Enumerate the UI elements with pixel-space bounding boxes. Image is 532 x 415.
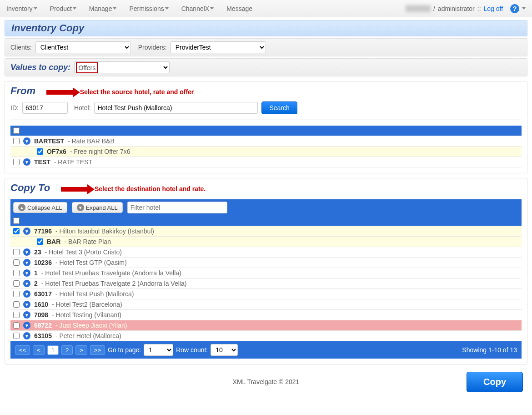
help-icon[interactable]: ? [510, 4, 519, 13]
tree-row[interactable]: ▼63017 - Hotel Test Push (Mallorca) [10, 289, 522, 299]
goto-select[interactable]: 1 [144, 344, 173, 356]
values-label: Values to copy: [10, 63, 70, 72]
row-checkbox[interactable] [13, 159, 20, 165]
tree-row[interactable]: ▼1 - Hotel Test Pruebas Travelgate (Ando… [10, 268, 522, 278]
filter-hotel-input[interactable] [127, 202, 227, 213]
pager-first[interactable]: << [15, 345, 30, 355]
page-title: Inventory Copy [11, 22, 84, 34]
pager-showing: Showing 1-10 of 13 [462, 346, 517, 354]
providers-select[interactable]: ProviderTest [171, 41, 266, 53]
tree-row[interactable]: ▼10236 - Hotel Test GTP (Qasim) [10, 258, 522, 268]
row-name: - Peter Hotel (Mallorca) [55, 332, 121, 339]
to-tree: ▼77196 - Hilton Istanbul Bakirkoy (Istan… [10, 226, 522, 341]
copyright: XML Travelgate © 2021 [233, 378, 300, 385]
expand-toggle-icon[interactable]: ▼ [23, 311, 30, 319]
nav-inventory[interactable]: Inventory [6, 5, 37, 12]
expand-toggle-icon[interactable]: ▼ [23, 259, 30, 266]
row-code: 23 [34, 248, 41, 256]
tree-row[interactable]: ▼2 - Hotel Test Pruebas Travelgate 2 (An… [10, 278, 522, 289]
expand-all-button[interactable]: ▼ Expand ALL [72, 202, 123, 213]
row-checkbox[interactable] [13, 291, 20, 297]
nav-product[interactable]: Product [50, 5, 76, 12]
row-checkbox[interactable] [13, 249, 20, 255]
expand-toggle-icon[interactable]: ▼ [23, 301, 30, 308]
page-title-bar: Inventory Copy [5, 20, 527, 36]
hotel-input[interactable] [94, 102, 258, 114]
from-heading: From [10, 85, 35, 97]
row-name: - Hilton Istanbul Bakirkoy (Istanbul) [55, 228, 154, 235]
expand-toggle-icon[interactable]: ▼ [23, 332, 30, 339]
expand-toggle-icon[interactable]: ▼ [23, 322, 30, 329]
expand-toggle-icon[interactable]: ▼ [23, 280, 30, 287]
user-sep: / [433, 5, 435, 12]
chevron-down-icon [73, 7, 76, 10]
from-select-all-checkbox[interactable] [13, 127, 20, 134]
row-checkbox[interactable] [13, 333, 20, 339]
row-name: - Hotel Test Pruebas Travelgate 2 (Andor… [41, 280, 187, 287]
tree-row[interactable]: ▼BARTEST - Rate BAR B&B [10, 136, 522, 147]
pager-page-1[interactable]: 1 [47, 345, 59, 355]
pager: << < 1 2 > >> Go to page: 1 Row count: 1… [10, 341, 522, 359]
nav-message[interactable]: Message [226, 5, 252, 12]
expand-toggle-icon[interactable]: ▼ [23, 228, 30, 235]
rowcount-select[interactable]: 10 [211, 344, 238, 356]
clients-select[interactable]: ClientTest [35, 41, 131, 53]
row-checkbox[interactable] [13, 270, 20, 276]
tree-row[interactable]: BAR - BAR Rate Plan [10, 237, 522, 247]
to-hint: Select the destination hotel and rate. [95, 185, 206, 192]
from-search-row: ID: Hotel: Search [10, 101, 522, 114]
pager-page-2[interactable]: 2 [61, 345, 73, 355]
row-checkbox[interactable] [13, 228, 20, 234]
values-bar: Values to copy: Offers [5, 58, 527, 76]
tree-row[interactable]: OF7x6 - Free night Offer 7x6 [10, 147, 522, 157]
to-select-all-checkbox[interactable] [13, 218, 20, 224]
pager-last[interactable]: >> [90, 345, 105, 355]
expand-toggle-icon[interactable]: ▼ [23, 158, 30, 166]
tree-row[interactable]: ▼7098 - Hotel Testing (Vilanant) [10, 310, 522, 320]
collapse-icon: ▲ [18, 204, 25, 211]
tree-row[interactable]: ▼1610 - Hotel Test2 (Barcelona) [10, 299, 522, 310]
id-input[interactable] [22, 102, 68, 114]
sep: :: [477, 5, 481, 12]
tree-row[interactable]: ▼63105 - Peter Hotel (Mallorca) [10, 331, 522, 341]
pager-prev[interactable]: < [33, 345, 45, 355]
row-checkbox[interactable] [13, 259, 20, 266]
expand-toggle-icon[interactable]: ▼ [23, 248, 30, 256]
tree-row[interactable]: ▼68722 - Just Sleep Jiaoxi (Yilan) [10, 320, 522, 331]
row-checkbox[interactable] [13, 280, 20, 287]
row-code: OF7x6 [47, 148, 66, 155]
tree-row[interactable]: ▼23 - Hotel Test 3 (Porto Cristo) [10, 247, 522, 258]
collapse-all-button[interactable]: ▲ Collapse ALL [13, 202, 67, 213]
nav-channelx[interactable]: ChannelX [181, 5, 214, 12]
chevron-down-icon [34, 7, 37, 10]
logoff-link[interactable]: Log off [484, 5, 503, 12]
copy-button[interactable]: Copy [467, 372, 523, 392]
goto-label: Go to page: [108, 346, 141, 354]
tree-row[interactable]: ▼TEST - RATE TEST [10, 157, 522, 167]
row-name: - Hotel Test 3 (Porto Cristo) [45, 248, 122, 256]
nav-permissions[interactable]: Permissions [129, 5, 168, 12]
expand-toggle-icon[interactable]: ▼ [23, 269, 30, 277]
row-checkbox[interactable] [37, 148, 43, 155]
row-checkbox[interactable] [13, 138, 20, 144]
providers-label: Providers: [138, 44, 167, 51]
from-hint: Select the source hotel, rate and offer [80, 88, 194, 96]
to-heading: Copy To [10, 182, 50, 194]
client-provider-bar: Clients: ClientTest Providers: ProviderT… [5, 38, 527, 56]
tree-row[interactable]: ▼77196 - Hilton Istanbul Bakirkoy (Istan… [10, 226, 522, 237]
search-button[interactable]: Search [261, 101, 297, 114]
to-panel: Copy To Select the destination hotel and… [5, 178, 527, 364]
row-checkbox[interactable] [37, 238, 43, 245]
row-checkbox[interactable] [13, 322, 20, 329]
pager-next[interactable]: > [75, 345, 87, 355]
expand-toggle-icon[interactable]: ▼ [23, 137, 30, 145]
expand-toggle-icon[interactable]: ▼ [23, 290, 30, 298]
row-code: BARTEST [34, 137, 64, 145]
nav-manage[interactable]: Manage [89, 5, 117, 12]
row-checkbox[interactable] [13, 312, 20, 318]
row-code: TEST [34, 158, 50, 166]
row-code: 63105 [34, 332, 52, 339]
row-name: - Hotel Testing (Vilanant) [52, 311, 121, 319]
row-checkbox[interactable] [13, 301, 20, 308]
user-role: administrator [438, 5, 475, 12]
